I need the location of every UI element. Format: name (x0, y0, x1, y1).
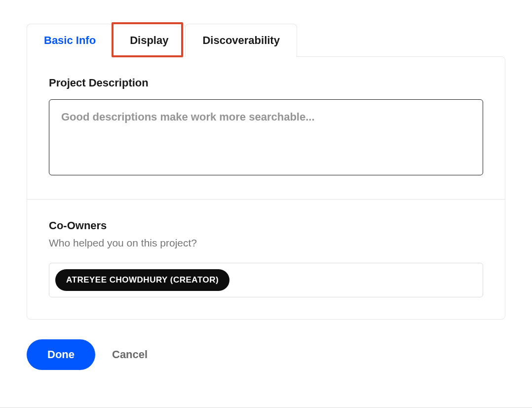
form-actions: Done Cancel (27, 320, 505, 370)
tab-panel: Project Description Co-Owners Who helped… (27, 56, 505, 320)
co-owner-chip[interactable]: ATREYEE CHOWDHURY (CREATOR) (55, 269, 229, 291)
project-settings-form: Basic Info Display Discoverability Proje… (0, 0, 532, 370)
co-owners-section: Co-Owners Who helped you on this project… (27, 199, 505, 319)
co-owners-subtitle: Who helped you on this project? (49, 237, 483, 249)
cancel-button[interactable]: Cancel (112, 348, 148, 361)
tab-bar: Basic Info Display Discoverability (27, 24, 505, 57)
done-button[interactable]: Done (27, 339, 95, 370)
tab-basic-info[interactable]: Basic Info (27, 24, 113, 57)
co-owners-input[interactable]: ATREYEE CHOWDHURY (CREATOR) (49, 263, 483, 297)
tab-discoverability[interactable]: Discoverability (185, 24, 297, 57)
tab-display[interactable]: Display (113, 24, 186, 57)
project-description-input[interactable] (49, 99, 483, 175)
project-description-section: Project Description (27, 57, 505, 199)
project-description-label: Project Description (49, 77, 483, 89)
co-owners-label: Co-Owners (49, 219, 483, 232)
